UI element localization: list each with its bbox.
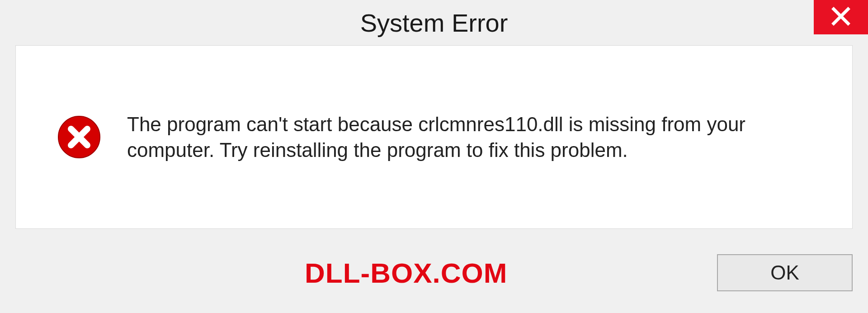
close-icon (831, 6, 851, 28)
content-panel: The program can't start because crlcmnre… (15, 45, 853, 229)
error-message: The program can't start because crlcmnre… (127, 111, 807, 163)
ok-button[interactable]: OK (717, 254, 853, 291)
ok-button-label: OK (770, 261, 799, 284)
error-icon (57, 114, 102, 160)
close-button[interactable] (814, 0, 868, 34)
title-bar: System Error (0, 0, 868, 43)
watermark-text: DLL-BOX.COM (15, 257, 507, 289)
dialog-footer: DLL-BOX.COM OK (15, 243, 853, 302)
dialog-title: System Error (360, 8, 508, 38)
